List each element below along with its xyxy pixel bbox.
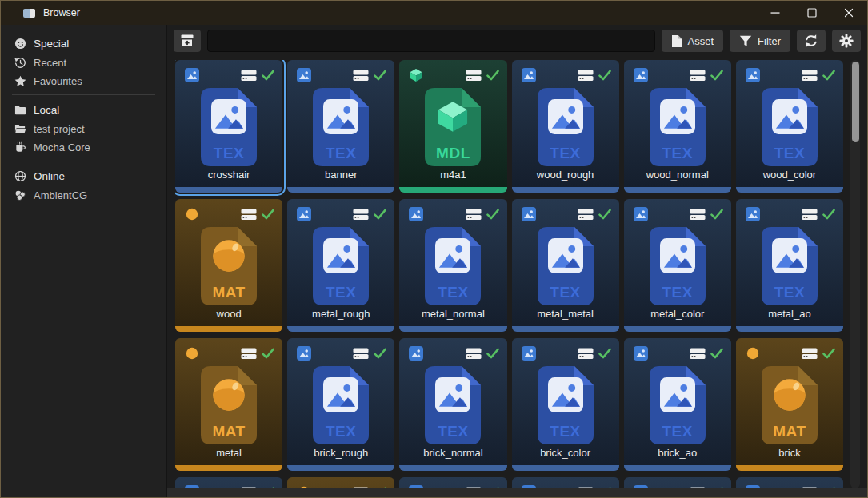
file-type-icon: TEX: [538, 366, 594, 444]
file-type-glyph: [323, 377, 358, 412]
asset-card-metal-rough[interactable]: TEX metal_rough: [287, 199, 394, 332]
file-type-icon: MDL: [425, 88, 481, 166]
asset-card-brick-normal[interactable]: TEX brick_normal: [399, 338, 506, 471]
asset-button[interactable]: Asset: [662, 30, 724, 52]
drive-icon: [802, 348, 818, 360]
minimize-icon: [770, 8, 780, 18]
type-color-bar: [512, 326, 619, 332]
asset-card-wood-color[interactable]: TEX wood_color: [736, 60, 843, 193]
check-icon: [374, 209, 386, 220]
image-icon: [634, 485, 648, 488]
sphere-icon: [185, 346, 199, 361]
asset-card-metal-color[interactable]: TEX metal_color: [624, 199, 731, 332]
card-badges: [746, 346, 835, 361]
sidebar-header-online[interactable]: Online: [1, 165, 166, 186]
file-type-glyph: [211, 377, 246, 412]
asset-name: metal_metal: [512, 308, 619, 320]
file-type-icon: TEX: [425, 366, 481, 444]
asset-card-partial[interactable]: MAT: [287, 477, 394, 488]
maximize-button[interactable]: [794, 1, 830, 25]
type-color-bar: [175, 326, 282, 332]
drive-icon: [241, 209, 257, 221]
file-type-label: TEX: [313, 423, 369, 440]
card-badges: [297, 68, 386, 82]
scrollbar-thumb[interactable]: [852, 62, 859, 142]
card-badges: [409, 485, 498, 488]
file-type-icon: TEX: [762, 227, 818, 305]
asset-card-partial[interactable]: TEX: [175, 477, 282, 488]
card-badges: [522, 68, 611, 82]
asset-name: metal_color: [624, 308, 731, 320]
file-type-icon: TEX: [762, 88, 818, 166]
file-type-icon: MAT: [201, 366, 257, 444]
drive-icon: [241, 348, 257, 360]
sidebar-item-recent[interactable]: Recent: [1, 54, 166, 72]
close-button[interactable]: [830, 1, 867, 25]
asset-card-metal-normal[interactable]: TEX metal_normal: [399, 199, 506, 332]
file-type-label: TEX: [313, 284, 369, 301]
sidebar-item-favourites[interactable]: Favourites: [1, 72, 166, 90]
asset-card-wood[interactable]: MAT wood: [175, 199, 282, 332]
sidebar-item-ambientcg[interactable]: AmbientCG: [1, 186, 166, 205]
refresh-button[interactable]: [797, 30, 826, 52]
asset-card-partial[interactable]: TEX: [512, 477, 619, 488]
sidebar-divider: [12, 94, 155, 95]
card-badges: [746, 485, 835, 488]
type-color-bar: [399, 326, 506, 332]
check-icon: [710, 209, 723, 220]
drive-icon: [578, 348, 594, 360]
sidebar-item-mocha-core[interactable]: Mocha Core: [1, 138, 166, 157]
toolbar: Asset Filter: [167, 25, 867, 57]
asset-name: brick_ao: [624, 447, 731, 459]
check-icon: [486, 348, 499, 359]
file-type-label: MAT: [201, 284, 257, 301]
filter-button-label: Filter: [758, 35, 781, 47]
asset-card-metal-metal[interactable]: TEX metal_metal: [512, 199, 619, 332]
asset-card-m4a1[interactable]: MDL m4a1: [399, 60, 506, 193]
add-box-button[interactable]: [174, 30, 201, 52]
settings-button[interactable]: [832, 30, 861, 52]
check-icon: [486, 487, 499, 488]
drive-icon: [578, 487, 594, 489]
asset-card-brick-ao[interactable]: TEX brick_ao: [624, 338, 731, 471]
asset-card-brick[interactable]: MAT brick: [736, 338, 843, 471]
asset-button-label: Asset: [688, 35, 714, 47]
file-type-glyph: [548, 99, 583, 134]
image-icon: [634, 207, 648, 221]
asset-card-banner[interactable]: TEX banner: [287, 60, 394, 193]
asset-card-brick-color[interactable]: TEX brick_color: [512, 338, 619, 471]
drive-icon: [802, 487, 818, 489]
check-icon: [486, 70, 499, 81]
asset-card-wood-rough[interactable]: TEX wood_rough: [512, 60, 619, 193]
card-badges: [297, 346, 386, 361]
file-type-glyph: [660, 99, 695, 134]
filter-button[interactable]: Filter: [730, 30, 790, 52]
asset-name: banner: [287, 169, 394, 181]
folder-icon: [14, 104, 26, 116]
history-icon: [14, 57, 26, 69]
sphere-icon: [185, 207, 199, 221]
asset-name: brick_color: [512, 447, 619, 459]
sidebar-item-test-project[interactable]: test project: [1, 120, 166, 138]
vertical-scrollbar[interactable]: [850, 60, 860, 488]
asset-card-metal-ao[interactable]: TEX metal_ao: [736, 199, 843, 332]
type-color-bar: [175, 187, 282, 193]
asset-card-crosshair[interactable]: TEX crosshair: [175, 60, 282, 193]
drive-icon: [353, 70, 369, 82]
asset-card-partial[interactable]: TEX: [399, 477, 506, 488]
card-badges: [409, 68, 498, 82]
file-type-label: TEX: [313, 145, 369, 162]
asset-card-wood-normal[interactable]: TEX wood_normal: [624, 60, 731, 193]
asset-card-partial[interactable]: TEX: [624, 477, 731, 488]
check-icon: [822, 348, 835, 359]
asset-card-metal[interactable]: MAT metal: [175, 338, 282, 471]
search-input[interactable]: [207, 30, 655, 52]
asset-card-brick-rough[interactable]: TEX brick_rough: [287, 338, 394, 471]
asset-card-partial[interactable]: TEX: [736, 477, 843, 488]
card-badges: [297, 485, 386, 488]
minimize-button[interactable]: [757, 1, 794, 25]
sidebar-header-local[interactable]: Local: [1, 99, 166, 120]
sidebar-header-special[interactable]: Special: [1, 33, 166, 54]
file-type-label: MAT: [201, 423, 257, 440]
drive-icon: [802, 70, 818, 82]
